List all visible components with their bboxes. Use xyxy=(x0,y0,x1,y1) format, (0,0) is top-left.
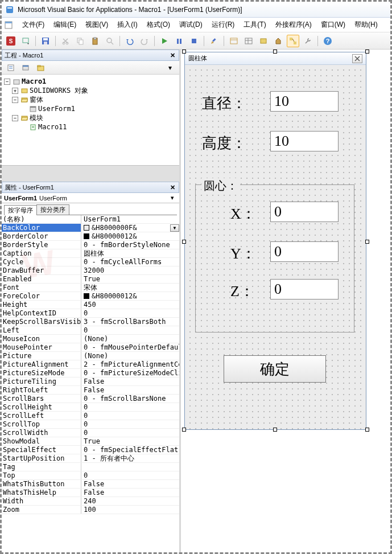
property-value[interactable]: False xyxy=(81,386,179,394)
property-row[interactable]: ScrollTop0 xyxy=(2,420,179,429)
collapse-icon[interactable]: − xyxy=(4,79,10,85)
design-mode-icon[interactable] xyxy=(208,35,220,47)
menu-help[interactable]: 帮助(H) xyxy=(351,19,381,31)
property-value[interactable]: &H80000012& xyxy=(81,292,179,300)
close-icon[interactable]: ✕ xyxy=(168,51,176,59)
tree-userform[interactable]: UserForm1 xyxy=(4,104,177,113)
property-value[interactable] xyxy=(81,463,179,471)
property-row[interactable]: Left0 xyxy=(2,326,179,335)
property-row[interactable]: WhatsThisHelpFalse xyxy=(2,489,179,497)
property-value[interactable]: 450 xyxy=(81,301,179,309)
menu-view[interactable]: 视图(V) xyxy=(82,19,112,31)
property-value[interactable]: 0 xyxy=(81,429,179,437)
property-row[interactable]: PictureAlignment2 - fmPictureAlignmentCe… xyxy=(2,360,179,369)
tree-module-item[interactable]: Macro11 xyxy=(4,122,177,132)
toggle-folders-icon[interactable] xyxy=(34,61,47,74)
tree-root[interactable]: − Macro1 xyxy=(4,77,177,86)
ok-button[interactable]: 确定 xyxy=(224,355,326,383)
property-row[interactable]: MousePointer0 - fmMousePointerDefault xyxy=(2,343,179,352)
property-row[interactable]: ScrollLeft0 xyxy=(2,412,179,420)
tree-sw-objects[interactable]: + SOLIDWORKS 对象 xyxy=(4,86,177,95)
object-browser-icon[interactable] xyxy=(257,35,270,47)
property-row[interactable]: EnabledTrue xyxy=(2,275,179,284)
resize-handle[interactable] xyxy=(182,428,186,432)
property-value[interactable]: True xyxy=(81,275,179,283)
property-row[interactable]: SpecialEffect0 - fmSpecialEffectFlat xyxy=(2,446,179,454)
tab-categorized[interactable]: 按分类序 xyxy=(36,204,69,215)
property-row[interactable]: KeepScrollBarsVisible3 - fmScrollBarsBot… xyxy=(2,318,179,326)
diameter-input[interactable]: 10 xyxy=(270,91,339,112)
chevron-down-icon[interactable]: ▾ xyxy=(168,194,177,202)
tab-alphabetic[interactable]: 按字母序 xyxy=(4,205,37,215)
pause-icon[interactable] xyxy=(173,35,185,47)
redo-icon[interactable] xyxy=(138,35,151,47)
designer-canvas[interactable]: 圆柱体 直径： 10 高度： 10 圆心： X： 0 Y： 0 Z： xyxy=(181,50,390,552)
expand-icon[interactable]: + xyxy=(12,88,18,94)
property-value[interactable]: 0 xyxy=(81,471,179,479)
property-row[interactable]: PictureTilingFalse xyxy=(2,377,179,386)
property-value[interactable]: 2 - fmPictureAlignmentCenter xyxy=(81,360,179,368)
view-code-icon[interactable] xyxy=(5,61,17,74)
help-icon[interactable]: ? xyxy=(321,35,334,47)
view-object-icon[interactable] xyxy=(19,61,32,74)
property-value[interactable]: &H8000000F&▼ xyxy=(81,224,179,232)
chevron-down-icon[interactable]: ▼ xyxy=(170,224,179,232)
run-icon[interactable] xyxy=(158,35,171,47)
property-value[interactable]: 0 - fmPictureSizeModeClip xyxy=(81,369,179,377)
userform-body[interactable]: 直径： 10 高度： 10 圆心： X： 0 Y： 0 Z： 0 确定 xyxy=(185,65,366,429)
property-row[interactable]: ScrollHeight0 xyxy=(2,403,179,412)
collapse-icon[interactable]: − xyxy=(12,97,18,103)
property-value[interactable]: 240 xyxy=(81,497,179,505)
property-row[interactable]: ForeColor&H80000012& xyxy=(2,292,179,301)
menu-run[interactable]: 运行(R) xyxy=(208,19,238,31)
paste-icon[interactable] xyxy=(89,35,101,47)
props-object-selector[interactable]: UserForm1 UserForm ▾ xyxy=(2,193,179,203)
undo-icon[interactable] xyxy=(123,35,136,47)
property-value[interactable]: 0 xyxy=(81,412,179,420)
property-value[interactable]: 宋体 xyxy=(81,284,179,292)
property-value[interactable]: 100 xyxy=(81,506,179,514)
property-value[interactable]: (None) xyxy=(81,335,179,343)
resize-handle[interactable] xyxy=(365,428,369,432)
z-input[interactable]: 0 xyxy=(270,279,339,299)
property-row[interactable]: Cycle0 - fmCycleAllForms xyxy=(2,258,179,266)
horizontal-splitter[interactable] xyxy=(2,166,179,182)
collapse-icon[interactable]: − xyxy=(12,115,18,121)
property-value[interactable]: False xyxy=(81,377,179,385)
tools-icon[interactable] xyxy=(302,35,314,47)
userform-designer[interactable]: 圆柱体 直径： 10 高度： 10 圆心： X： 0 Y： 0 Z： xyxy=(184,52,366,430)
x-input[interactable]: 0 xyxy=(270,202,339,222)
property-value[interactable]: 0 - fmCycleAllForms xyxy=(81,258,179,266)
property-row[interactable]: WhatsThisButtonFalse xyxy=(2,480,179,489)
property-row[interactable]: Height450 xyxy=(2,301,179,309)
close-icon[interactable]: ✕ xyxy=(168,183,176,191)
property-row[interactable]: Font宋体 xyxy=(2,284,179,292)
resize-handle[interactable] xyxy=(273,50,277,54)
property-row[interactable]: HelpContextID0 xyxy=(2,309,179,318)
close-icon[interactable] xyxy=(352,54,362,63)
properties-window-icon[interactable] xyxy=(242,35,255,47)
property-row[interactable]: MouseIcon(None) xyxy=(2,335,179,343)
property-row[interactable]: (名称)UserForm1 xyxy=(2,215,179,224)
resize-handle[interactable] xyxy=(365,50,369,54)
property-value[interactable]: 0 xyxy=(81,326,179,334)
property-row[interactable]: RightToLeftFalse xyxy=(2,386,179,395)
property-row[interactable]: Width240 xyxy=(2,497,179,506)
property-value[interactable]: 32000 xyxy=(81,266,179,274)
property-row[interactable]: BackColor&H8000000F&▼ xyxy=(2,224,179,232)
property-row[interactable]: Zoom100 xyxy=(2,506,179,514)
property-row[interactable]: BorderColor&H80000012& xyxy=(2,232,179,241)
menu-edit[interactable]: 编辑(E) xyxy=(50,19,80,31)
tab-order-icon[interactable] xyxy=(287,35,299,47)
menu-window[interactable]: 窗口(W) xyxy=(317,19,349,31)
property-row[interactable]: ScrollBars0 - fmScrollBarsNone xyxy=(2,395,179,403)
project-explorer-icon[interactable] xyxy=(228,35,240,47)
toolbox-icon[interactable] xyxy=(272,35,284,47)
property-value[interactable]: False xyxy=(81,480,179,488)
resize-handle[interactable] xyxy=(182,50,186,54)
tree-forms[interactable]: − 窗体 xyxy=(4,95,177,104)
y-input[interactable]: 0 xyxy=(270,241,339,262)
cut-icon[interactable] xyxy=(59,35,72,47)
tree-modules[interactable]: − 模块 xyxy=(4,113,177,122)
property-value[interactable]: 0 - fmBorderStyleNone xyxy=(81,241,179,249)
